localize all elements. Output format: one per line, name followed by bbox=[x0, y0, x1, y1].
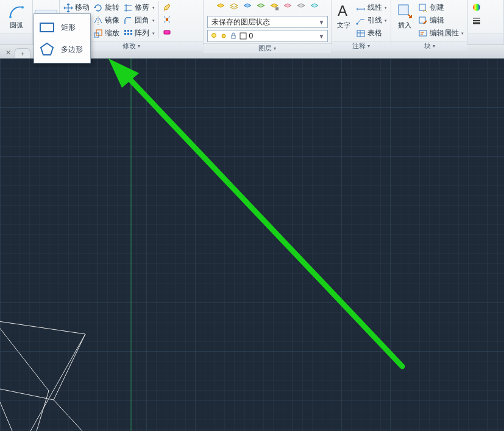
panel-title-annotate[interactable]: 注释▾ bbox=[332, 41, 391, 51]
layers-icon bbox=[283, 2, 293, 12]
rotate-tool[interactable]: 旋转 bbox=[92, 1, 121, 14]
insert-block-tool[interactable]: 插入 bbox=[394, 1, 416, 31]
svg-rect-24 bbox=[399, 5, 408, 15]
array-tool[interactable]: 阵列▾ bbox=[122, 27, 156, 40]
shape-dropdown-menu: 矩形 多边形 bbox=[34, 13, 91, 63]
svg-rect-20 bbox=[240, 33, 246, 39]
table-icon bbox=[356, 29, 366, 38]
layer-tool-7[interactable] bbox=[295, 1, 307, 13]
svg-point-1 bbox=[21, 6, 24, 9]
color-swatch[interactable] bbox=[470, 1, 483, 13]
lines-icon bbox=[472, 16, 481, 26]
layer-tool-8[interactable] bbox=[308, 1, 321, 13]
lightbulb-icon bbox=[210, 32, 218, 40]
dropdown-item-rectangle[interactable]: 矩形 bbox=[34, 16, 90, 38]
trim-tool[interactable]: 修剪▾ bbox=[122, 1, 156, 14]
pencil-icon bbox=[162, 2, 172, 12]
edit-attr-icon bbox=[418, 29, 428, 38]
chevron-down-icon: ▾ bbox=[385, 5, 387, 10]
drawing-canvas[interactable] bbox=[0, 59, 504, 431]
svg-rect-19 bbox=[232, 35, 235, 38]
layer-tool-1[interactable] bbox=[215, 1, 227, 13]
rect-icon bbox=[39, 20, 55, 35]
move-tool[interactable]: 移动 bbox=[62, 1, 91, 14]
polygon-icon bbox=[39, 41, 55, 57]
chevron-down-icon: ▾ bbox=[385, 18, 387, 23]
svg-rect-27 bbox=[419, 30, 427, 36]
svg-point-22 bbox=[357, 23, 358, 24]
layer-tool-3[interactable] bbox=[241, 1, 254, 13]
lineweight[interactable] bbox=[470, 15, 483, 27]
panel-title-block[interactable]: 块▾ bbox=[391, 41, 467, 51]
array-icon bbox=[123, 29, 133, 38]
modify-extra-3[interactable] bbox=[161, 26, 173, 38]
chevron-down-icon: ▾ bbox=[138, 43, 140, 49]
svg-rect-25 bbox=[419, 4, 425, 10]
svg-rect-13 bbox=[130, 33, 132, 35]
layers-icon bbox=[310, 2, 319, 12]
arc-tool[interactable]: 圆弧 bbox=[4, 1, 29, 31]
layers-lock-icon bbox=[269, 2, 279, 12]
explode-icon bbox=[162, 15, 172, 24]
svg-rect-15 bbox=[164, 30, 170, 34]
panel-title-layer[interactable]: 图层▾ bbox=[204, 43, 331, 53]
modify-extra-2[interactable] bbox=[161, 13, 173, 26]
leader-tool[interactable]: 引线▾ bbox=[355, 14, 388, 27]
linear-dim-tool[interactable]: 线性▾ bbox=[355, 1, 388, 14]
scale-icon bbox=[93, 29, 103, 38]
dropdown-item-polygon[interactable]: 多边形 bbox=[34, 38, 90, 60]
layers-icon bbox=[216, 2, 225, 12]
chevron-down-icon: ▾ bbox=[274, 46, 276, 51]
panel-properties-clipped bbox=[468, 0, 504, 45]
color-wheel-icon bbox=[472, 2, 481, 12]
edit-attr-tool[interactable]: 编辑属性▾ bbox=[417, 27, 465, 40]
fillet-icon bbox=[123, 16, 133, 26]
svg-point-0 bbox=[9, 16, 12, 18]
text-a-icon: A bbox=[335, 2, 352, 20]
leader-icon bbox=[356, 16, 366, 26]
table-tool[interactable]: 表格 bbox=[355, 27, 388, 40]
linear-dim-icon bbox=[356, 3, 366, 13]
layer-tool-2[interactable] bbox=[228, 1, 240, 13]
layer-tool-4[interactable] bbox=[255, 1, 267, 13]
svg-point-18 bbox=[222, 34, 225, 38]
panel-draw: 圆弧 bbox=[0, 0, 33, 45]
lock-icon bbox=[230, 32, 237, 40]
new-tab-button[interactable]: + bbox=[15, 48, 30, 58]
svg-rect-16 bbox=[275, 7, 279, 10]
layer-tool-6[interactable] bbox=[282, 1, 294, 13]
svg-rect-12 bbox=[127, 33, 129, 35]
edit-block-tool[interactable]: 编辑 bbox=[417, 14, 465, 27]
layers-icon bbox=[229, 2, 239, 12]
mirror-tool[interactable]: 镜像 bbox=[92, 14, 121, 27]
fillet-tool[interactable]: 圆角▾ bbox=[122, 14, 156, 27]
arc-icon bbox=[8, 2, 25, 20]
svg-rect-10 bbox=[130, 30, 132, 32]
svg-point-28 bbox=[473, 4, 480, 11]
svg-point-17 bbox=[211, 34, 216, 38]
rotate-icon bbox=[93, 3, 103, 13]
close-tab-button[interactable]: ✕ bbox=[2, 47, 13, 58]
mirror-icon bbox=[93, 16, 103, 26]
grid bbox=[0, 59, 504, 431]
edit-block-icon bbox=[418, 16, 428, 26]
layers-icon bbox=[243, 2, 252, 12]
chevron-down-icon: ▾ bbox=[152, 5, 155, 10]
panel-block: 插入 创建 编辑 编辑属性▾ 块▾ bbox=[391, 0, 468, 45]
layer-tool-5[interactable] bbox=[268, 1, 280, 13]
create-block-tool[interactable]: 创建 bbox=[417, 1, 465, 14]
chevron-down-icon: ▾ bbox=[433, 43, 435, 49]
svg-rect-8 bbox=[124, 30, 126, 32]
svg-text:A: A bbox=[338, 2, 347, 19]
svg-marker-30 bbox=[41, 43, 53, 55]
modify-extra-1[interactable] bbox=[161, 1, 173, 13]
svg-rect-11 bbox=[124, 33, 126, 35]
layers-icon bbox=[296, 2, 306, 12]
layer-current-dropdown[interactable]: 0 ▼ bbox=[207, 30, 328, 42]
layer-state-dropdown[interactable]: 未保存的图层状态 ▼ bbox=[207, 16, 328, 28]
chevron-down-icon: ▾ bbox=[152, 18, 155, 23]
scale-tool[interactable]: 缩放 bbox=[92, 27, 121, 40]
text-tool[interactable]: A 文字 bbox=[334, 1, 353, 31]
chevron-down-icon: ▼ bbox=[319, 33, 325, 40]
color-swatch-icon bbox=[240, 32, 247, 40]
